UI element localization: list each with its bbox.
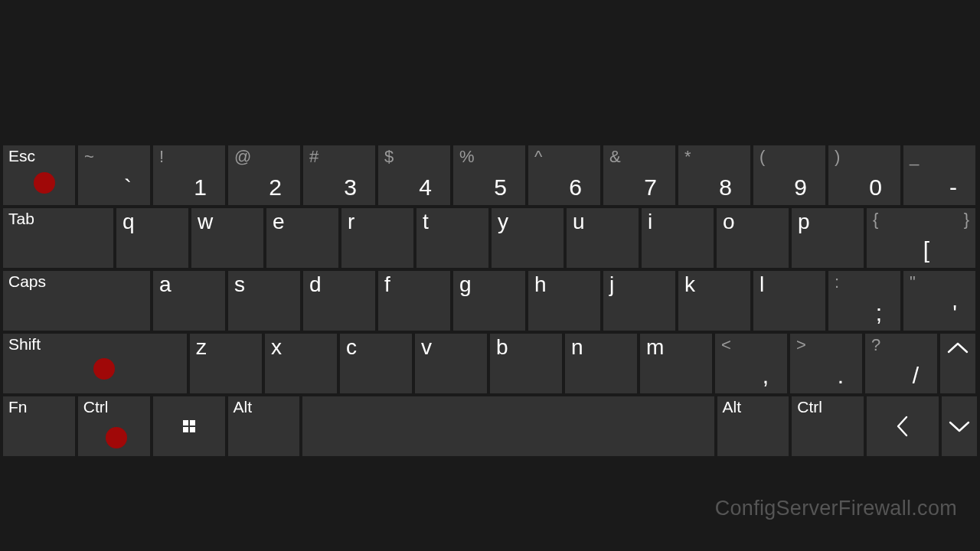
l-key[interactable]: l <box>753 271 825 331</box>
caps-label: Caps <box>8 272 46 291</box>
minus-key[interactable]: _ - <box>903 145 975 205</box>
comma-key[interactable]: < , <box>715 334 787 393</box>
keyboard-row-1: Esc ~ ` ! 1 @ 2 # 3 $ 4 % 5 ^ 6 <box>3 145 977 205</box>
alt-label: Alt <box>234 398 253 416</box>
caps-key[interactable]: Caps <box>3 271 150 331</box>
digit-1-key[interactable]: ! 1 <box>153 145 225 205</box>
digit-3-key[interactable]: # 3 <box>303 145 375 205</box>
esc-label: Esc <box>8 147 35 165</box>
shift-key[interactable]: Shift <box>3 334 187 393</box>
shift-up-arrow-key[interactable] <box>940 334 975 393</box>
b-key[interactable]: b <box>490 334 562 393</box>
chevron-down-icon <box>949 419 970 433</box>
chevron-up-icon <box>947 341 969 355</box>
digit-5-key[interactable]: % 5 <box>453 145 525 205</box>
esc-key[interactable]: Esc <box>3 145 75 205</box>
y-key[interactable]: y <box>492 208 564 268</box>
digit-2-key[interactable]: @ 2 <box>228 145 300 205</box>
o-key[interactable]: o <box>717 208 789 268</box>
z-key[interactable]: z <box>190 334 262 393</box>
fn-key[interactable]: Fn <box>3 396 75 456</box>
j-key[interactable]: j <box>603 271 675 331</box>
tab-key[interactable]: Tab <box>3 208 113 268</box>
n-key[interactable]: n <box>565 334 637 393</box>
u-key[interactable]: u <box>567 208 639 268</box>
bracket-key[interactable]: { } [ <box>867 208 975 268</box>
g-key[interactable]: g <box>453 271 525 331</box>
active-indicator-icon <box>106 427 127 448</box>
tab-label: Tab <box>8 210 34 228</box>
i-key[interactable]: i <box>642 208 714 268</box>
ctrl-left-key[interactable]: Ctrl <box>78 396 150 456</box>
space-key[interactable] <box>302 396 714 456</box>
alt-right-key[interactable]: Alt <box>717 396 789 456</box>
watermark-text: ConfigServerFirewall.com <box>715 497 957 520</box>
fn-label: Fn <box>8 398 28 416</box>
shift-down-arrow-key[interactable] <box>942 396 977 456</box>
period-key[interactable]: > . <box>790 334 862 393</box>
p-key[interactable]: p <box>792 208 864 268</box>
digit-6-key[interactable]: ^ 6 <box>528 145 600 205</box>
ctrl-label: Ctrl <box>83 398 109 416</box>
w-key[interactable]: w <box>191 208 263 268</box>
chevron-left-icon <box>895 416 910 437</box>
ctrl-label: Ctrl <box>797 398 822 416</box>
c-key[interactable]: c <box>340 334 412 393</box>
semicolon-key[interactable]: : ; <box>828 271 900 331</box>
t-key[interactable]: t <box>416 208 488 268</box>
ctrl-right-key[interactable]: Ctrl <box>792 396 864 456</box>
backtick-key[interactable]: ~ ` <box>78 145 150 205</box>
slash-key[interactable]: ? / <box>865 334 937 393</box>
digit-9-key[interactable]: ( 9 <box>753 145 825 205</box>
alt-label: Alt <box>723 398 742 416</box>
m-key[interactable]: m <box>640 334 712 393</box>
alt-left-key[interactable]: Alt <box>228 396 300 456</box>
keyboard-row-5: Fn Ctrl Alt Alt Ctrl <box>3 396 977 456</box>
x-key[interactable]: x <box>265 334 337 393</box>
q-key[interactable]: q <box>116 208 188 268</box>
shift-label: Shift <box>8 335 41 354</box>
digit-0-key[interactable]: ) 0 <box>828 145 900 205</box>
d-key[interactable]: d <box>303 271 375 331</box>
windows-key[interactable] <box>153 396 225 456</box>
keyboard-row-2: Tab q w e r t y u i o p { } [ <box>3 208 977 268</box>
s-key[interactable]: s <box>228 271 300 331</box>
a-key[interactable]: a <box>153 271 225 331</box>
on-screen-keyboard: Esc ~ ` ! 1 @ 2 # 3 $ 4 % 5 ^ 6 <box>3 145 977 459</box>
f-key[interactable]: f <box>378 271 450 331</box>
digit-8-key[interactable]: * 8 <box>678 145 750 205</box>
digit-7-key[interactable]: & 7 <box>603 145 675 205</box>
active-indicator-icon <box>93 358 115 380</box>
active-indicator-icon <box>34 172 55 194</box>
back-key[interactable] <box>867 396 939 456</box>
quote-key[interactable]: " ' <box>903 271 975 331</box>
k-key[interactable]: k <box>678 271 750 331</box>
r-key[interactable]: r <box>341 208 413 268</box>
v-key[interactable]: v <box>415 334 487 393</box>
windows-logo-icon <box>183 420 195 432</box>
keyboard-row-4: Shift z x c v b n m < , > . ? / <box>3 334 977 393</box>
e-key[interactable]: e <box>266 208 338 268</box>
h-key[interactable]: h <box>528 271 600 331</box>
digit-4-key[interactable]: $ 4 <box>378 145 450 205</box>
keyboard-row-3: Caps a s d f g h j k l : ; " ' <box>3 271 977 331</box>
